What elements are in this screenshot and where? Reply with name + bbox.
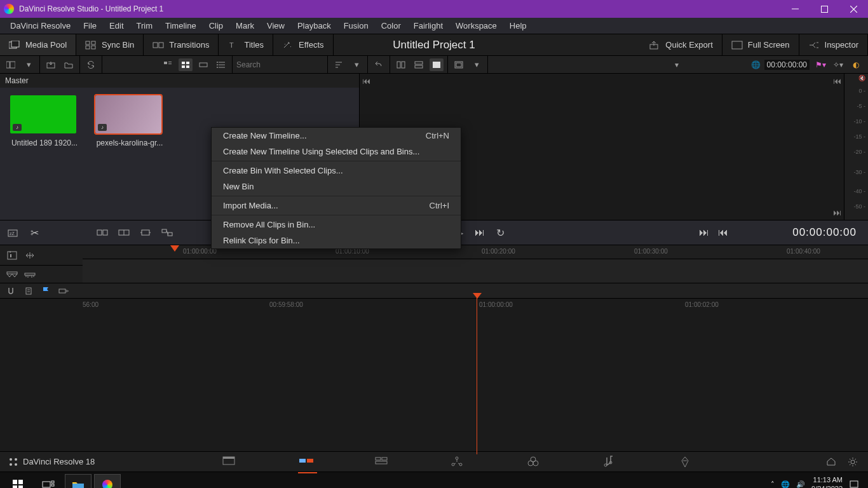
maximize-button[interactable] [810, 0, 839, 18]
overwrite-icon[interactable] [118, 228, 130, 237]
loop-icon[interactable]: ↻ [496, 227, 505, 239]
viewer-mode-c-icon[interactable] [430, 58, 444, 71]
snap-icon[interactable] [6, 287, 15, 295]
lock-track-icon[interactable] [6, 250, 18, 261]
page-color[interactable] [527, 456, 546, 468]
metadata-view-icon[interactable] [161, 58, 175, 71]
page-edit[interactable] [374, 456, 393, 468]
menu-fairlight[interactable]: Fairlight [407, 18, 449, 34]
import-media-icon[interactable] [44, 58, 58, 71]
menu-fusion[interactable]: Fusion [337, 18, 375, 34]
flag-icon[interactable]: ⚑▾ [813, 58, 827, 71]
minimize-button[interactable] [780, 0, 810, 18]
list-view-icon[interactable] [214, 58, 228, 71]
viewer-mode-b-icon[interactable] [412, 58, 426, 71]
home-button[interactable]: DaVinci Resolve 18 [0, 457, 104, 466]
clip-thumbnail[interactable] [95, 95, 161, 133]
menu-item[interactable]: Relink Clips for Bin... [212, 233, 461, 248]
menu-help[interactable]: Help [503, 18, 533, 34]
chevron-down-icon[interactable]: ▾ [349, 58, 363, 71]
start-button[interactable] [3, 472, 33, 489]
insert-icon[interactable] [96, 228, 109, 237]
page-media[interactable] [222, 456, 241, 468]
split-icon[interactable]: ✂ [31, 227, 39, 239]
next-edit-icon[interactable]: ⏭ [699, 227, 709, 238]
chevron-down-icon[interactable]: ▾ [22, 58, 36, 71]
clip-thumbnail[interactable] [10, 95, 76, 133]
page-fusion[interactable] [451, 456, 470, 468]
tab-titles[interactable]: T Titles [219, 34, 273, 55]
bin-list-toggle-icon[interactable] [4, 58, 18, 71]
trim-track-icon[interactable] [24, 250, 36, 261]
page-deliver[interactable] [679, 456, 698, 468]
chevron-down-icon[interactable]: ▾ [470, 58, 484, 71]
menu-edit[interactable]: Edit [103, 18, 130, 34]
menu-file[interactable]: File [77, 18, 103, 34]
tab-transitions[interactable]: Transitions [144, 34, 219, 55]
mute-icon[interactable]: 🔇 [858, 75, 865, 81]
tab-quick-export[interactable]: Quick Export [640, 34, 722, 55]
viewer-timecode[interactable]: 00:00:00:00 [764, 60, 810, 70]
clip-item[interactable]: Untitled 189 1920... [10, 95, 79, 147]
menu-view[interactable]: View [261, 18, 291, 34]
flag-blue-icon[interactable] [42, 287, 50, 295]
menu-davinci-resolve[interactable]: DaVinci Resolve [4, 18, 77, 34]
close-button[interactable] [839, 0, 868, 18]
go-end-icon[interactable]: ⏭ [475, 227, 485, 238]
menu-item[interactable]: Create New Timeline...Ctrl+N [212, 128, 461, 144]
playhead-icon[interactable] [170, 245, 179, 252]
menu-item[interactable]: Import Media...Ctrl+I [212, 198, 461, 214]
skip-first-icon[interactable]: ⏮ [362, 76, 370, 86]
boring-detector-icon[interactable]: zZ [8, 227, 22, 238]
menu-trim[interactable]: Trim [130, 18, 159, 34]
prev-frame-icon[interactable]: ⏮ [833, 76, 841, 86]
playhead[interactable] [477, 295, 477, 454]
taskbar-explorer[interactable] [65, 474, 92, 489]
tab-inspector[interactable]: Inspector [799, 34, 868, 55]
audio-scrub-icon[interactable] [58, 287, 69, 295]
menu-workspace[interactable]: Workspace [449, 18, 503, 34]
page-fairlight[interactable] [603, 456, 622, 468]
timeline-timecode[interactable]: 00:00:00:00 [792, 226, 857, 239]
thumbnail-view-icon[interactable] [179, 58, 193, 71]
timeline-ruler-overview[interactable]: 01:00:00:0001:00:10:0001:00:20:0001:00:3… [83, 245, 868, 259]
bypass-icon[interactable]: ◐ [849, 58, 863, 71]
tab-sync-bin[interactable]: Sync Bin [76, 34, 144, 55]
viewer-mode-a-icon[interactable] [394, 58, 408, 71]
tray-volume-icon[interactable]: 🔊 [796, 480, 805, 488]
menu-mark[interactable]: Mark [229, 18, 261, 34]
sync-icon[interactable] [84, 58, 98, 71]
replace-icon[interactable] [139, 228, 152, 237]
menu-item[interactable]: Create Bin With Selected Clips... [212, 163, 461, 179]
video-track-icon[interactable] [6, 270, 18, 279]
wand-icon[interactable]: ✧▾ [831, 58, 845, 71]
tab-full-screen[interactable]: Full Screen [722, 34, 799, 55]
bin-header[interactable]: Master [0, 74, 359, 88]
menu-item[interactable]: New Bin [212, 179, 461, 194]
menu-item[interactable]: Remove All Clips in Bin... [212, 217, 461, 233]
tab-media-pool[interactable]: Media Pool [0, 34, 76, 55]
prev-edit-icon[interactable]: ⏮ [718, 227, 728, 238]
taskbar-davinci[interactable] [94, 474, 121, 489]
taskbar-clock[interactable]: 11:13 AM 9/24/2022 [811, 476, 843, 488]
menu-timeline[interactable]: Timeline [159, 18, 203, 34]
strip-view-icon[interactable] [196, 58, 210, 71]
sort-icon[interactable] [332, 58, 346, 71]
menu-clip[interactable]: Clip [203, 18, 229, 34]
clip-item[interactable]: pexels-karolina-gr... [95, 95, 164, 147]
tray-chevron-icon[interactable]: ˄ [771, 480, 775, 488]
next-frame-icon[interactable]: ⏭ [833, 208, 841, 217]
task-view-button[interactable] [33, 472, 64, 489]
tab-effects[interactable]: Effects [273, 34, 334, 55]
home-icon[interactable] [826, 457, 836, 467]
undo-icon[interactable] [372, 58, 386, 71]
search-input[interactable] [236, 60, 313, 69]
marker-view-icon[interactable] [24, 287, 33, 295]
safe-area-icon[interactable] [452, 58, 466, 71]
menu-color[interactable]: Color [375, 18, 407, 34]
settings-icon[interactable] [848, 457, 858, 467]
tray-network-icon[interactable]: 🌐 [781, 480, 790, 488]
notifications-icon[interactable] [849, 480, 859, 489]
page-cut[interactable] [298, 456, 317, 473]
menu-playback[interactable]: Playback [291, 18, 337, 34]
